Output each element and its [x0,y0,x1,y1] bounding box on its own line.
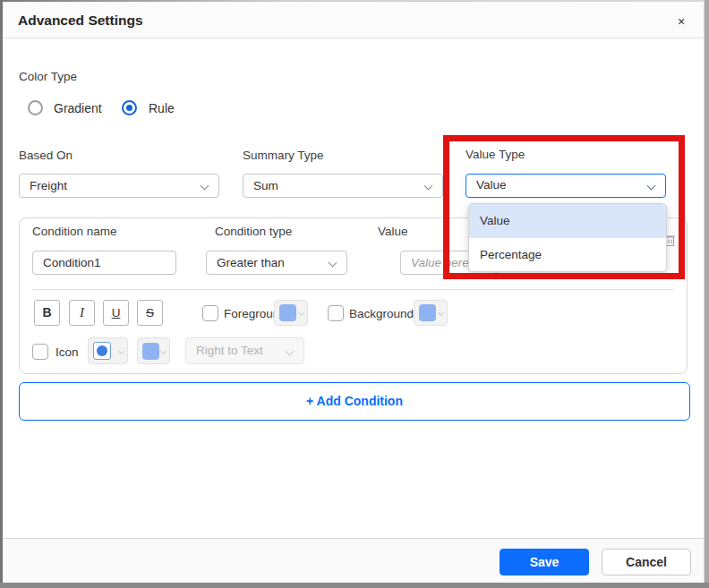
advanced-settings-dialog: Advanced Settings × Color Type Gradient … [0,0,709,588]
chevron-down-icon [438,310,444,316]
chevron-down-icon [201,182,209,191]
icon-color-swatch [142,343,159,360]
summary-type-select[interactable]: Sum [243,174,443,198]
foreground-color-picker[interactable] [274,300,308,326]
condition-type-label: Condition type [215,225,292,238]
background-color-swatch [419,304,436,321]
close-icon[interactable]: × [671,12,691,31]
save-button[interactable]: Save [500,549,589,575]
summary-type-label: Summary Type [243,149,324,162]
foreground-color-swatch [279,304,296,321]
window-edge-left [0,0,3,588]
value-type-label: Value Type [466,148,525,161]
cancel-button[interactable]: Cancel [602,549,691,575]
icon-checkbox[interactable] [32,344,48,360]
chevron-down-icon [286,347,295,356]
background-label: Background [349,307,414,320]
icon-position-select-value: Right to Text [196,344,263,357]
foreground-checkbox[interactable] [202,305,218,321]
chevron-down-icon [647,182,656,191]
gradient-radio[interactable] [28,100,43,115]
chevron-down-icon [118,348,124,354]
add-condition-button[interactable]: + Add Condition [19,382,690,421]
based-on-select[interactable]: Freight [19,174,219,198]
circle-shape-icon [93,342,111,360]
value-type-select[interactable]: Value [466,174,666,198]
window-edge-bottom [0,583,709,588]
strikethrough-button[interactable]: S [137,300,163,326]
rule-radio[interactable] [122,100,137,115]
panel-divider [32,289,674,290]
italic-button[interactable]: I [69,300,95,326]
window-edge-top [0,0,709,2]
chevron-down-icon [298,310,304,316]
chevron-down-icon [424,182,433,191]
dialog-header: Advanced Settings × [3,2,704,38]
icon-label: Icon [56,345,79,359]
dropdown-option-value[interactable]: Value [469,204,666,238]
bold-button[interactable]: B [34,300,60,326]
condition-name-input[interactable] [32,251,176,275]
value-type-select-value: Value [476,178,507,192]
dropdown-option-percentage[interactable]: Percentage [469,238,666,272]
rule-radio-label[interactable]: Rule [149,101,175,115]
condition-value-label: Value [378,225,408,238]
icon-color-picker[interactable] [137,337,170,364]
based-on-select-value: Freight [30,179,67,192]
dialog-title: Advanced Settings [18,13,143,29]
color-type-label: Color Type [19,70,77,83]
condition-type-select-value: Greater than [217,256,285,269]
icon-shape-picker[interactable] [88,337,128,364]
summary-type-select-value: Sum [253,179,278,192]
underline-button[interactable]: U [103,300,129,326]
condition-type-select[interactable]: Greater than [206,251,347,275]
dialog-footer [3,539,704,583]
value-type-dropdown-list: Value Percentage [468,203,667,272]
footer-divider [3,538,704,539]
based-on-label: Based On [19,149,73,162]
chevron-down-icon [329,259,337,268]
gradient-radio-label[interactable]: Gradient [54,101,102,115]
background-color-picker[interactable] [414,300,448,326]
window-edge-right [704,0,709,588]
condition-name-label: Condition name [32,225,117,238]
background-checkbox[interactable] [328,305,344,321]
chevron-down-icon [160,348,167,354]
icon-position-select[interactable]: Right to Text [185,337,304,364]
